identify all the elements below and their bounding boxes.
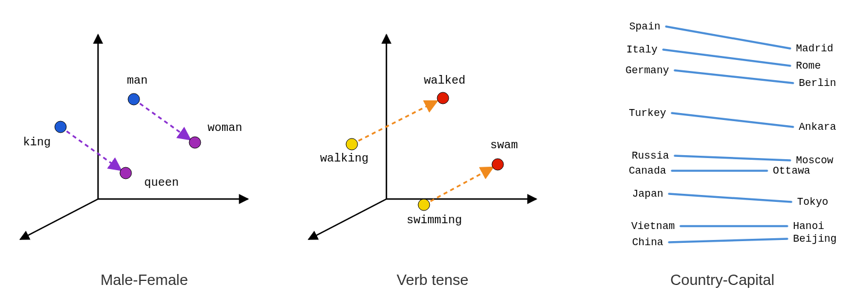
label-swam: swam — [490, 138, 518, 152]
line-russia-moscow — [675, 156, 790, 160]
label-woman: woman — [208, 121, 242, 134]
caption-male-female: Male-Female — [0, 271, 288, 289]
panel-verb-tense: walked walking swam swimming Verb tense — [288, 0, 577, 304]
label-man: man — [127, 74, 148, 87]
panel-male-female: man woman king queen Male-Female — [0, 0, 288, 304]
label-capital-ankara: Ankara — [799, 121, 836, 133]
line-germany-berlin — [675, 70, 793, 83]
label-capital-berlin: Berlin — [799, 77, 836, 89]
label-capital-hanoi: Hanoi — [793, 220, 824, 232]
point-swam — [492, 159, 503, 170]
line-spain-madrid — [666, 27, 790, 48]
label-capital-ottawa: Ottawa — [773, 165, 810, 177]
embedding-diagram: man woman king queen Male-Female — [0, 0, 868, 304]
point-walked — [437, 92, 449, 104]
point-king — [55, 121, 66, 133]
label-country-vietnam: Vietnam — [631, 220, 675, 232]
label-country-japan: Japan — [632, 188, 663, 200]
svg-line-2 — [20, 199, 98, 239]
label-capital-moscow: Moscow — [796, 155, 833, 166]
vector-walking-walked — [352, 101, 437, 144]
label-country-russia: Russia — [632, 150, 669, 162]
point-woman — [189, 137, 201, 148]
label-walked: walked — [424, 74, 465, 87]
label-capital-tokyo: Tokyo — [797, 196, 828, 208]
line-japan-tokyo — [669, 194, 791, 202]
point-walking — [346, 138, 358, 150]
line-italy-rome — [663, 50, 790, 66]
label-walking: walking — [320, 152, 369, 165]
caption-country-capital: Country-Capital — [577, 271, 868, 289]
label-king: king — [23, 136, 51, 149]
label-capital-madrid: Madrid — [796, 43, 833, 54]
label-country-china: China — [632, 237, 663, 248]
label-capital-beijing: Beijing — [793, 233, 837, 245]
label-queen: queen — [144, 176, 179, 189]
panel-country-capital: Spain Italy Germany Turkey Russia Canada… — [577, 0, 868, 304]
point-man — [128, 93, 140, 105]
line-china-beijing — [669, 239, 787, 242]
vector-man-woman — [134, 99, 190, 140]
point-swimming — [418, 199, 430, 211]
vector-king-queen — [61, 127, 121, 170]
point-queen — [120, 167, 131, 179]
label-country-turkey: Turkey — [629, 107, 666, 119]
label-swimming: swimming — [407, 213, 462, 227]
label-capital-rome: Rome — [796, 60, 821, 72]
svg-line-5 — [309, 199, 386, 239]
axes-3d — [0, 0, 288, 254]
label-country-germany: Germany — [625, 65, 669, 76]
caption-verb-tense: Verb tense — [288, 271, 577, 289]
label-country-italy: Italy — [626, 44, 657, 55]
line-turkey-ankara — [672, 113, 793, 127]
label-country-canada: Canada — [629, 165, 666, 177]
label-country-spain: Spain — [629, 21, 660, 32]
